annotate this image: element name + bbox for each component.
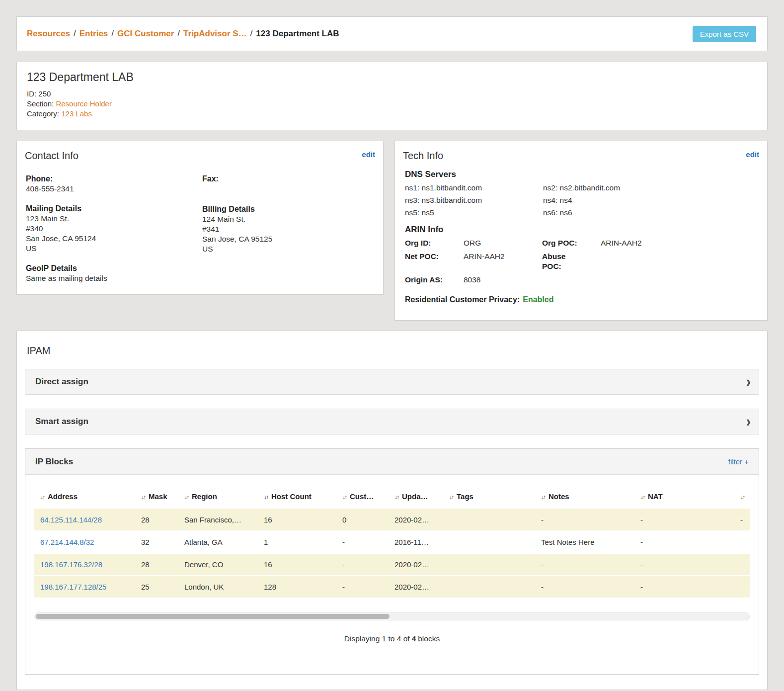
column-header-customer[interactable]: ↓↑Cust… — [336, 484, 389, 509]
mailing-line: San Jose, CA 95124 — [26, 234, 202, 244]
ip-blocks-table-viewport: ↓↑Address↓↑Mask↓↑Region↓↑Host Count↓↑Cus… — [34, 484, 750, 599]
export-csv-button[interactable]: Export as CSV — [693, 26, 756, 42]
pagination-prefix: Displaying 1 to 4 of — [344, 634, 410, 643]
category-link[interactable]: 123 Labs — [61, 109, 92, 118]
column-header-address[interactable]: ↓↑Address — [34, 484, 135, 509]
column-label: Notes — [549, 492, 569, 501]
breadcrumb: Resources/Entries/GCI Customer/TripAdvis… — [27, 29, 339, 39]
cell-customer: - — [336, 576, 389, 598]
privacy-label: Residential Customer Privacy: — [405, 295, 520, 304]
smart-assign-accordion[interactable]: Smart assign › — [25, 409, 759, 434]
origin-as-value: 8038 — [464, 275, 542, 285]
ip-block-link[interactable]: 67.214.144.8/32 — [40, 538, 94, 546]
sort-icon[interactable]: ↓↑ — [541, 494, 545, 501]
column-header-tags[interactable]: ↓↑Tags — [443, 484, 535, 509]
column-label: Address — [48, 492, 78, 501]
breadcrumb-link[interactable]: Resources — [27, 29, 70, 38]
section-link[interactable]: Resource Holder — [56, 99, 112, 108]
filter-link[interactable]: filter + — [728, 457, 749, 466]
origin-as-label: Origin AS: — [405, 275, 464, 285]
pagination-total: 4 — [412, 634, 416, 643]
ipam-panel: IPAM Direct assign › Smart assign › IP B… — [16, 331, 768, 690]
resource-id-line: ID: 250 — [27, 89, 757, 99]
table-row: 198.167.176.32/2828Denver, CO16-2020-02…… — [34, 553, 750, 576]
ip-blocks-title: IP Blocks — [35, 457, 73, 467]
mailing-line: 123 Main St. — [26, 214, 202, 224]
cell-notes: - — [535, 576, 634, 598]
sort-icon[interactable]: ↓↑ — [184, 494, 188, 501]
sort-icon[interactable]: ↓↑ — [640, 494, 644, 501]
table-header-row: ↓↑Address↓↑Mask↓↑Region↓↑Host Count↓↑Cus… — [34, 484, 750, 509]
cell-region: Atlanta, GA — [178, 531, 258, 553]
sort-icon[interactable]: ↓↑ — [264, 494, 268, 501]
sort-icon[interactable]: ↓↑ — [740, 494, 744, 501]
phone-value: 408-555-2341 — [26, 184, 202, 194]
table-row: 64.125.114.144/2828San Francisco,…160202… — [34, 509, 750, 531]
geoip-value: Same as mailing details — [26, 273, 202, 283]
direct-assign-accordion[interactable]: Direct assign › — [25, 369, 759, 395]
ip-blocks-rows: 64.125.114.144/2828San Francisco,…160202… — [34, 509, 750, 598]
sort-icon[interactable]: ↓↑ — [342, 494, 346, 501]
breadcrumb-bar: Resources/Entries/GCI Customer/TripAdvis… — [16, 16, 768, 51]
column-header-mask[interactable]: ↓↑Mask — [135, 484, 178, 509]
scrollbar-thumb[interactable] — [36, 614, 390, 619]
mailing-line: US — [26, 244, 202, 254]
dns-entry: ns6: ns6 — [543, 208, 757, 218]
billing-line: San Jose, CA 95125 — [202, 234, 272, 244]
id-label: ID: — [27, 89, 36, 98]
sort-icon[interactable]: ↓↑ — [40, 494, 44, 501]
pagination-status: Displaying 1 to 4 of4blocks — [34, 634, 750, 643]
sort-icon[interactable]: ↓↑ — [449, 494, 453, 501]
tech-edit-link[interactable]: edit — [746, 150, 759, 159]
billing-line: US — [202, 244, 272, 254]
page-title: 123 Department LAB — [27, 71, 757, 84]
ip-blocks-header: IP Blocks filter + — [25, 449, 759, 475]
breadcrumb-link[interactable]: GCI Customer — [117, 29, 174, 38]
geoip-section: GeoIP Details Same as mailing details — [26, 263, 202, 283]
sort-icon[interactable]: ↓↑ — [394, 494, 398, 501]
column-header-region[interactable]: ↓↑Region — [178, 484, 258, 509]
net-poc-label: Net POC: — [405, 252, 464, 271]
ip-blocks-body: ↓↑Address↓↑Mask↓↑Region↓↑Host Count↓↑Cus… — [25, 475, 759, 674]
residential-privacy-line: Residential Customer Privacy:Enabled — [405, 295, 757, 304]
sort-icon[interactable]: ↓↑ — [141, 494, 145, 501]
org-id-value: ORG — [464, 238, 542, 248]
cell-tags — [443, 531, 535, 553]
column-header-host_count[interactable]: ↓↑Host Count — [258, 484, 336, 509]
dns-entry: ns5: ns5 — [405, 208, 543, 218]
ip-block-link[interactable]: 198.167.177.128/25 — [40, 583, 106, 591]
breadcrumb-link[interactable]: TripAdvisor S… — [183, 29, 247, 38]
cell-address: 67.214.144.8/32 — [34, 531, 135, 553]
cell-updated: 2020-02… — [389, 576, 443, 598]
ip-block-link[interactable]: 198.167.176.32/28 — [40, 560, 102, 569]
contact-edit-link[interactable]: edit — [362, 150, 375, 159]
ipam-title: IPAM — [27, 345, 759, 356]
abuse-poc-value — [601, 252, 757, 271]
breadcrumb-link[interactable]: Entries — [79, 29, 108, 38]
resource-category-line: Category: 123 Labs — [27, 109, 757, 119]
table-row: 198.167.177.128/2525London, UK128-2020-0… — [34, 576, 750, 598]
column-header-notes[interactable]: ↓↑Notes — [535, 484, 634, 509]
horizontal-scrollbar[interactable] — [34, 612, 750, 620]
pagination-suffix: blocks — [418, 634, 440, 643]
dns-entry: ns3: ns3.bitbandit.com — [405, 195, 543, 205]
cell-host_count: 1 — [258, 531, 336, 553]
cell-region: London, UK — [178, 576, 258, 598]
breadcrumb-separator: / — [111, 29, 114, 38]
arin-info-heading: ARIN Info — [405, 225, 757, 235]
cell-mask: 28 — [135, 509, 178, 531]
cell-mask: 32 — [135, 531, 178, 553]
ip-blocks-panel: IP Blocks filter + ↓↑Address↓↑Mask↓↑Regi… — [25, 448, 759, 675]
cell-host_count: 16 — [258, 553, 336, 576]
ip-block-link[interactable]: 64.125.114.144/28 — [40, 516, 102, 524]
cell-truncated — [734, 553, 750, 576]
arin-info-grid: Org ID: ORG Org POC: ARIN-AAH2 Net POC: … — [405, 238, 757, 285]
column-header-truncated[interactable]: ↓↑ — [734, 484, 750, 509]
org-poc-label: Org POC: — [542, 238, 601, 248]
net-poc-value: ARIN-AAH2 — [464, 252, 542, 271]
column-header-nat[interactable]: ↓↑NAT — [634, 484, 734, 509]
cell-tags — [443, 553, 535, 576]
cell-truncated: - — [734, 509, 750, 531]
column-header-updated[interactable]: ↓↑Upda… — [389, 484, 443, 509]
billing-line: 124 Main St. — [202, 214, 272, 224]
